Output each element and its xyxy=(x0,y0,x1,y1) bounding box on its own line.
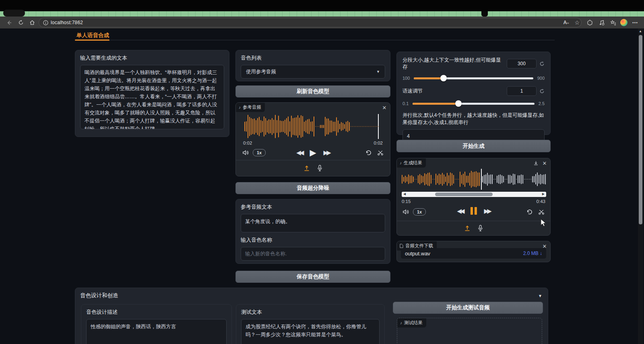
segment-size-value[interactable]: 300 xyxy=(507,59,537,68)
voice-design-accordion: 音色设计和创造 ▼ 音色设计描述 性感的御姐的声音，陕西话，陕西方言 测试文本 … xyxy=(75,288,548,344)
test-textarea[interactable]: 成为股票经纪人有两个诀窍，首先你得放松，你撸管儿吗？一周多少次？您这频率只能算是… xyxy=(241,319,380,344)
home-icon[interactable] xyxy=(28,19,36,27)
reference-text-label: 参考音频文本 xyxy=(241,203,385,211)
page-scrollbar-thumb[interactable] xyxy=(639,35,642,224)
test-result-container: ♪ 测试结果 xyxy=(397,318,542,344)
back-icon[interactable] xyxy=(5,19,13,27)
close-icon[interactable]: ✕ xyxy=(541,160,548,166)
voice-list-dropdown[interactable]: 使用参考音频 ▼ xyxy=(241,65,385,79)
scroll-left-icon[interactable]: ◀ xyxy=(403,192,406,196)
current-time: 0:15 xyxy=(402,199,411,204)
desc-label: 音色设计描述 xyxy=(86,309,227,316)
scroll-up-icon[interactable]: ▲ xyxy=(639,29,642,33)
audio-denoise-button[interactable]: 音频超分降噪 xyxy=(235,182,390,194)
voice-list-label: 音色列表 xyxy=(241,54,385,62)
voice-design-desc-panel: 音色设计描述 性感的御姐的声音，陕西话，陕西方言 xyxy=(81,304,232,344)
speech-rate-slider[interactable] xyxy=(413,103,534,105)
file-download-link[interactable]: 2.0 MB ↓ xyxy=(523,251,542,256)
scrollbar-thumb[interactable] xyxy=(435,193,493,196)
download-file-row[interactable]: output.wav 2.0 MB ↓ xyxy=(401,248,546,259)
page-scrollbar[interactable]: ▲ xyxy=(638,29,643,344)
upload-audio-icon[interactable] xyxy=(303,165,310,172)
voice-name-label: 输入音色名称 xyxy=(241,236,385,244)
pause-icon[interactable] xyxy=(471,207,477,215)
site-info-icon[interactable] xyxy=(43,20,48,25)
result-audio-chip: ♪ 生成结果 xyxy=(397,158,426,168)
desc-textarea[interactable]: 性感的御姐的声音，陕西话，陕西方言 xyxy=(86,319,227,344)
total-time: 0:02 xyxy=(374,141,383,145)
fast-forward-icon[interactable]: ▶▶ xyxy=(324,149,330,156)
speech-rate-value[interactable]: 1 xyxy=(507,86,537,96)
read-aloud-icon[interactable]: A›› xyxy=(563,20,569,25)
accordion-header[interactable]: 音色设计和创造 ▼ xyxy=(80,292,543,299)
voice-name-placeholder: 输入新的音色名称. xyxy=(245,250,287,258)
reference-audio-player: ♪ 参考音频 ✕ 0:02 0:02 1x ◀◀ ▶ ▶▶ xyxy=(235,102,390,176)
text-input-textarea[interactable]: 喝酒的最高境界是一个人独斟独饮。“举杯邀明月，对影成三人”是上乘的喝法。将月光装… xyxy=(80,65,224,129)
start-test-generation-button[interactable]: 开始生成测试音频 xyxy=(393,302,543,314)
rewind-icon[interactable]: ◀◀ xyxy=(296,149,302,156)
test-result-chip: ♪ 测试结果 xyxy=(397,318,426,327)
file-download-panel: 音频文件下载 ✕ output.wav 2.0 MB ↓ xyxy=(396,241,551,262)
url-text: localhost:7862 xyxy=(51,20,83,25)
slider-thumb[interactable] xyxy=(440,75,447,81)
tab-strip-gap xyxy=(481,11,488,17)
volume-icon[interactable] xyxy=(402,209,410,215)
music-note-icon: ♪ xyxy=(239,105,241,110)
reference-waveform[interactable] xyxy=(244,114,379,139)
trim-scissors-icon[interactable] xyxy=(538,209,545,215)
rewind-icon[interactable]: ◀◀ xyxy=(457,207,463,215)
refresh-icon[interactable] xyxy=(17,19,25,27)
browser-menu-icon[interactable]: ⋯ xyxy=(631,19,639,27)
record-mic-icon[interactable] xyxy=(478,225,483,232)
reference-audio-chip: ♪ 参考音频 xyxy=(236,103,265,112)
fast-forward-icon[interactable]: ▶▶ xyxy=(484,207,490,215)
browser-toolbar: localhost:7862 A›› ☆ ⋯ xyxy=(0,17,644,29)
extension-audio-icon[interactable] xyxy=(598,19,606,27)
record-mic-icon[interactable] xyxy=(317,165,322,172)
volume-icon[interactable] xyxy=(242,149,250,156)
collections-icon[interactable] xyxy=(609,19,617,27)
address-bar[interactable]: localhost:7862 A›› ☆ xyxy=(39,18,582,27)
playback-speed-button[interactable]: 1x xyxy=(413,208,426,216)
music-note-icon: ♪ xyxy=(400,321,402,325)
close-icon[interactable]: ✕ xyxy=(381,104,388,111)
segment-size-slider[interactable] xyxy=(414,77,533,79)
tab-divider xyxy=(109,40,555,40)
favorite-star-icon[interactable]: ☆ xyxy=(574,19,580,26)
waveform-scrollbar[interactable]: ◀ ▶ xyxy=(402,192,546,197)
reference-text-textarea[interactable]: 某个角度说，的确。 xyxy=(241,214,385,232)
trim-scissors-icon[interactable] xyxy=(377,150,384,156)
chevron-down-icon: ▼ xyxy=(538,294,542,298)
batch-label: 并行批次,默认4个任务并行，越大速度越快，但是可能爆显存,如果你显存太小,改成1… xyxy=(402,112,545,126)
upload-audio-icon[interactable] xyxy=(464,225,471,232)
refresh-voice-model-button[interactable]: 刷新音色模型 xyxy=(235,85,390,97)
browser-essentials-icon[interactable] xyxy=(586,19,594,27)
result-audio-player: ♪ 生成结果 ✕ ◀ ▶ 0:15 0:43 1x ◀◀ ▶▶ xyxy=(396,158,551,236)
profile-avatar[interactable] xyxy=(620,19,628,27)
total-time: 0:43 xyxy=(537,199,545,204)
chevron-down-icon: ▼ xyxy=(376,69,380,75)
voice-name-input[interactable]: 输入新的音色名称. xyxy=(241,247,385,261)
segment-size-label: 分段大小,越大上下文一致性越好,但可能爆显存 xyxy=(402,57,505,70)
mouse-cursor xyxy=(540,219,547,227)
page-content: 单人语音合成 输入需要生成的文本 喝酒的最高境界是一个人独斟独饮。“举杯邀明月，… xyxy=(0,29,644,344)
play-icon[interactable]: ▶ xyxy=(310,148,316,157)
reset-icon[interactable] xyxy=(539,61,545,66)
text-input-label: 输入需要生成的文本 xyxy=(80,54,224,62)
tab-underline xyxy=(75,39,109,41)
reset-icon[interactable] xyxy=(539,89,545,94)
voice-list-panel: 音色列表 使用参考音频 ▼ xyxy=(235,50,390,81)
segment-max: 900 xyxy=(537,76,545,81)
voice-list-selected: 使用参考音频 xyxy=(246,68,276,76)
download-icon[interactable] xyxy=(533,160,539,166)
result-waveform[interactable] xyxy=(402,169,546,190)
undo-trim-icon[interactable] xyxy=(526,209,533,215)
accordion-title: 音色设计和创造 xyxy=(80,292,118,299)
undo-trim-icon[interactable] xyxy=(365,150,372,156)
tab-single-voice-synthesis[interactable]: 单人语音合成 xyxy=(76,32,109,39)
start-generation-button[interactable]: 开始生成 xyxy=(396,140,551,152)
scroll-right-icon[interactable]: ▶ xyxy=(542,192,545,196)
save-voice-model-button[interactable]: 保存音色模型 xyxy=(235,271,390,283)
playback-speed-button[interactable]: 1x xyxy=(253,149,266,156)
slider-thumb[interactable] xyxy=(455,100,462,107)
